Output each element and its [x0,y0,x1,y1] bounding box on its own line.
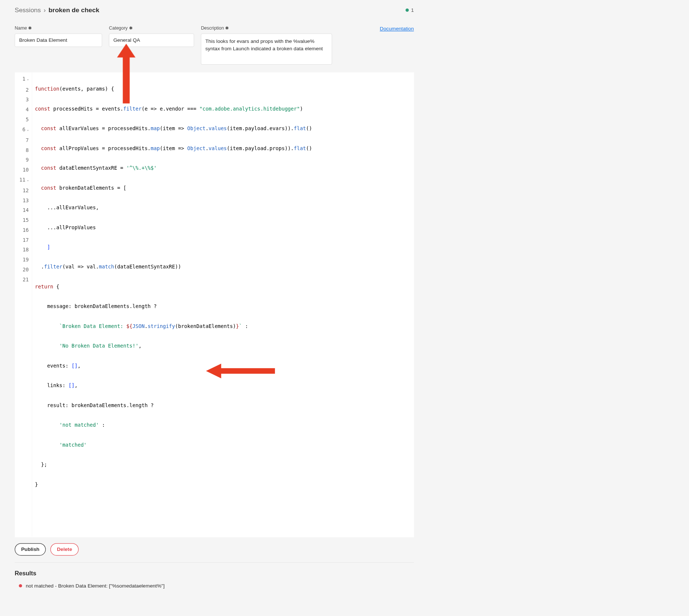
documentation-link[interactable]: Documentation [380,25,414,31]
breadcrumb-row: Sessions › broken de check 1 [0,0,428,18]
name-field: Name ✱ [15,25,102,47]
description-label: Description ✱ [201,25,332,31]
result-text: not matched - Broken Data Element: ["%so… [26,583,165,589]
results-title: Results [15,570,414,577]
category-label: Category ✱ [109,25,194,31]
divider [15,562,414,563]
breadcrumb: Sessions › broken de check [15,6,99,14]
status-dot-icon [405,9,409,12]
breadcrumb-sessions[interactable]: Sessions [15,6,41,14]
delete-button[interactable]: Delete [50,543,78,556]
breadcrumb-current: broken de check [48,6,99,14]
code-content[interactable]: function(events, params) { const process… [32,72,414,537]
category-field: Category ✱ [109,25,194,47]
description-input[interactable] [201,34,332,65]
publish-button[interactable]: Publish [15,543,46,556]
result-line: not matched - Broken Data Element: ["%so… [15,583,414,589]
form-row: Name ✱ Category ✱ Description ✱ Document… [0,18,428,67]
category-input[interactable] [109,34,194,47]
code-gutter: 12345 678910 1112131415 161718192021 [15,72,32,537]
name-input[interactable] [15,34,102,47]
result-status-dot-icon [19,584,22,588]
code-editor[interactable]: 12345 678910 1112131415 161718192021 fun… [15,72,414,537]
description-field: Description ✱ [201,25,332,64]
session-status: 1 [405,7,414,13]
status-count: 1 [411,7,414,13]
action-buttons: Publish Delete [0,537,428,562]
results-section: Results not matched - Broken Data Elemen… [0,563,428,602]
name-label: Name ✱ [15,25,102,31]
breadcrumb-sep: › [44,6,46,14]
